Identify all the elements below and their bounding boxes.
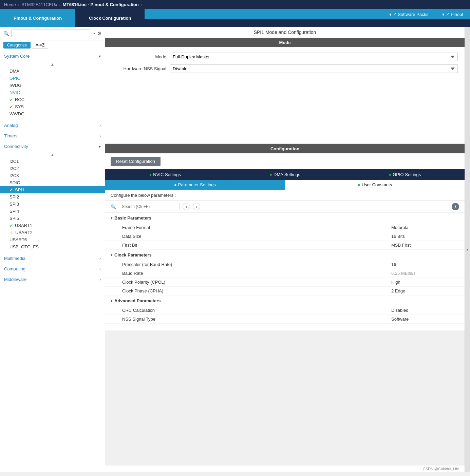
chevron-connectivity: ▾ xyxy=(99,144,101,149)
sidebar-item-usart1[interactable]: ✔USART1 xyxy=(0,222,105,229)
footer-bar: CSDN @Colorful_Life xyxy=(105,465,465,472)
gear-icon[interactable]: ⚙ xyxy=(97,31,101,37)
filter-az[interactable]: A->Z xyxy=(32,42,48,49)
param-row-frame-format: Frame Format Motorola xyxy=(105,223,465,232)
section-header-analog[interactable]: Analog › xyxy=(0,119,105,130)
param-row-nss-signal: NSS Signal Type Software xyxy=(105,315,465,324)
param-row-first-bit: First Bit MSB First xyxy=(105,241,465,250)
config-subtabs: ● Parameter Settings ● User Constants xyxy=(105,180,465,190)
mode-section: Mode Mode Full-Duplex Master Hardware NS… xyxy=(105,38,465,143)
params-info-button[interactable]: i xyxy=(452,203,459,210)
sidebar-item-i2c1[interactable]: I2C1 xyxy=(0,158,105,165)
breadcrumb: Home › STM32F411CEUx › MT6816.ioc - Pino… xyxy=(0,0,470,9)
sidebar-item-i2c2[interactable]: I2C2 xyxy=(0,165,105,172)
search-bar: 🔍 ▾ ⚙ xyxy=(0,27,105,40)
content-title: SPI1 Mode and Configuration xyxy=(105,27,465,38)
scroll-up-connectivity[interactable]: ▲ xyxy=(49,152,56,157)
sidebar-item-usart2[interactable]: ⚠USART2 xyxy=(0,229,105,236)
content-spacer xyxy=(105,330,465,465)
chevron-analog: › xyxy=(99,123,101,128)
nss-row: Hardware NSS Signal Disable xyxy=(112,64,458,73)
config-tab-dma[interactable]: ● DMA Settings xyxy=(225,169,345,180)
main-layout: 🔍 ▾ ⚙ Categories A->Z System Core ▾ ▲ DM… xyxy=(0,27,470,472)
param-group-clock[interactable]: ▾ Clock Parameters xyxy=(105,250,465,260)
mode-title-bar: Mode xyxy=(105,38,465,47)
section-header-connectivity[interactable]: Connectivity ▾ xyxy=(0,140,105,151)
sidebar-item-usart6[interactable]: USART6 xyxy=(0,236,105,243)
filter-categories[interactable]: Categories xyxy=(3,42,31,49)
section-middleware: Middleware › xyxy=(0,273,105,284)
chevron-timers: › xyxy=(99,134,101,138)
tab-pinout-config[interactable]: Pinout & Configuration xyxy=(0,9,75,27)
config-subtab-parameter[interactable]: ● Parameter Settings xyxy=(105,180,285,190)
subtab-software-packs[interactable]: ▾ ✓ Software Packs xyxy=(382,9,435,19)
scroll-up-system-core[interactable]: ▲ xyxy=(49,62,56,67)
param-row-prescaler: Prescaler (for Baud Rate) 16 xyxy=(105,260,465,269)
mode-row: Mode Full-Duplex Master xyxy=(112,53,458,61)
params-prev-button[interactable]: ‹ xyxy=(183,203,190,210)
sidebar-item-dma[interactable]: DMA xyxy=(0,68,105,75)
section-header-system-core[interactable]: System Core ▾ xyxy=(0,50,105,61)
breadcrumb-home[interactable]: Home xyxy=(4,2,16,7)
chevron-multimedia: › xyxy=(99,256,101,261)
section-multimedia: Multimedia › xyxy=(0,252,105,263)
sidebar-item-rcc[interactable]: ✔RCC xyxy=(0,96,105,103)
mode-spacer xyxy=(112,76,458,137)
config-tab-nvic[interactable]: ● NVIC Settings xyxy=(105,169,225,180)
section-header-timers[interactable]: Timers › xyxy=(0,130,105,140)
nss-label: Hardware NSS Signal xyxy=(112,66,166,71)
breadcrumb-sep3: › xyxy=(141,2,142,7)
sidebar-item-usb-otg-fs[interactable]: USB_OTG_FS xyxy=(0,243,105,250)
param-group-basic[interactable]: ▾ Basic Parameters xyxy=(105,213,465,223)
sidebar-item-iwdg[interactable]: IWDG xyxy=(0,82,105,89)
config-tab-gpio[interactable]: ● GPIO Settings xyxy=(345,169,465,180)
sidebar: 🔍 ▾ ⚙ Categories A->Z System Core ▾ ▲ DM… xyxy=(0,27,105,472)
config-title-bar: Configuration xyxy=(105,144,465,153)
tab-clock-config[interactable]: Clock Configuration xyxy=(75,9,145,27)
params-next-button[interactable]: › xyxy=(193,203,200,210)
sidebar-item-spi3[interactable]: SPI3 xyxy=(0,201,105,208)
filter-tabs: Categories A->Z xyxy=(0,40,105,50)
section-items-system-core: ▲ DMA GPIO IWDG NVIC ✔RCC ✔SYS WWDG xyxy=(0,61,105,119)
sidebar-item-spi5[interactable]: SPI5 xyxy=(0,215,105,222)
breadcrumb-sep2: › xyxy=(59,2,61,7)
search-dropdown-icon[interactable]: ▾ xyxy=(93,32,95,35)
chevron-system-core: ▾ xyxy=(99,54,101,59)
nss-select[interactable]: Disable xyxy=(170,64,458,73)
section-header-middleware[interactable]: Middleware › xyxy=(0,273,105,284)
param-row-cpol: Clock Polarity (CPOL) High xyxy=(105,278,465,287)
mode-label: Mode xyxy=(112,54,166,59)
section-header-multimedia[interactable]: Multimedia › xyxy=(0,252,105,263)
sidebar-item-wwdg[interactable]: WWDG xyxy=(0,110,105,117)
sidebar-item-sdio[interactable]: SDIO xyxy=(0,179,105,186)
params-search-icon: 🔍 xyxy=(111,204,116,209)
param-group-advanced[interactable]: ▾ Advanced Parameters xyxy=(105,296,465,306)
sidebar-item-spi4[interactable]: SPI4 xyxy=(0,208,105,215)
config-subtab-user-constants[interactable]: ● User Constants xyxy=(285,180,465,190)
sidebar-item-sys[interactable]: ✔SYS xyxy=(0,103,105,110)
sidebar-item-spi2[interactable]: SPI2 xyxy=(0,193,105,201)
section-items-connectivity: ▲ I2C1 I2C2 I2C3 SDIO ✔SPI1 SPI2 SPI3 SP… xyxy=(0,151,105,252)
section-timers: Timers › xyxy=(0,130,105,140)
sidebar-item-nvic[interactable]: NVIC xyxy=(0,89,105,96)
section-header-computing[interactable]: Computing › xyxy=(0,263,105,273)
sidebar-item-spi1[interactable]: ✔SPI1 xyxy=(0,186,105,193)
breadcrumb-file[interactable]: MT6816.ioc - Pinout & Configuration xyxy=(63,2,139,7)
reset-config-button[interactable]: Reset Configuration xyxy=(111,157,161,166)
right-collapse-button[interactable]: › xyxy=(465,27,470,472)
sidebar-item-gpio[interactable]: GPIO xyxy=(0,75,105,82)
chevron-computing: › xyxy=(99,267,101,271)
section-analog: Analog › xyxy=(0,119,105,130)
sidebar-item-i2c3[interactable]: I2C3 xyxy=(0,172,105,179)
param-row-crc: CRC Calculation Disabled xyxy=(105,306,465,315)
breadcrumb-sep1: › xyxy=(18,2,19,7)
subtab-pinout[interactable]: ▾ ✓ Pinout xyxy=(435,9,470,19)
section-system-core: System Core ▾ ▲ DMA GPIO IWDG NVIC ✔RCC … xyxy=(0,50,105,119)
breadcrumb-chip[interactable]: STM32F411CEUx xyxy=(21,2,57,7)
search-input[interactable] xyxy=(11,30,91,37)
params-search-input[interactable] xyxy=(119,203,180,210)
mode-select[interactable]: Full-Duplex Master xyxy=(170,53,458,61)
params-search-bar: 🔍 ‹ › i xyxy=(105,201,465,213)
config-tabs: ● NVIC Settings ● DMA Settings ● GPIO Se… xyxy=(105,169,465,180)
chevron-middleware: › xyxy=(99,277,101,282)
